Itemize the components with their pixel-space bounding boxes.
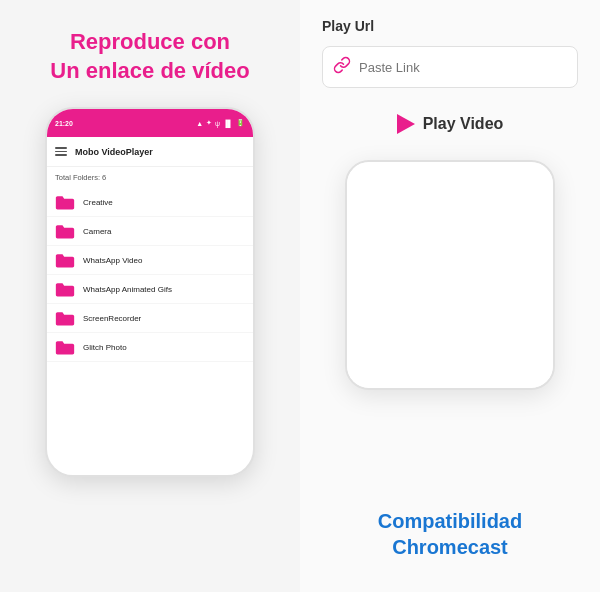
folder-item: Camera [47,217,253,246]
phone-mockup-left: 21:20 ▲ ✦ ψ ▐▌ 🔋 Mobo VideoPlayer Total … [45,107,255,477]
play-url-label: Play Url [322,18,578,34]
chromecast-line2: Chromecast [378,534,522,560]
phone-status-bar: 21:20 ▲ ✦ ψ ▐▌ 🔋 [47,109,253,137]
play-triangle-icon [397,114,415,134]
play-video-label: Play Video [423,115,504,133]
folder-list: Creative Camera WhatsApp Video WhatsAp [47,188,253,362]
phone-title-bar: Mobo VideoPlayer [47,137,253,167]
folder-icon [55,281,75,297]
folder-name: Glitch Photo [83,343,127,352]
left-panel: Reproduce con Un enlace de vídeo 21:20 ▲… [0,0,300,592]
right-panel: Play Url Play Video Compatibilidad Chrom… [300,0,600,592]
url-input-wrapper[interactable] [322,46,578,88]
folder-item: WhatsApp Video [47,246,253,275]
headline-line2: Un enlace de vídeo [50,57,249,86]
chromecast-text: Compatibilidad Chromecast [378,508,522,570]
link-icon [333,56,351,78]
folder-name: WhatsApp Video [83,256,142,265]
headline: Reproduce con Un enlace de vídeo [50,28,249,85]
folder-name: ScreenRecorder [83,314,141,323]
folder-name: Camera [83,227,111,236]
hamburger-icon [55,147,67,156]
folder-icon [55,310,75,326]
folder-item: Glitch Photo [47,333,253,362]
folder-item: Creative [47,188,253,217]
phone-body: Total Folders: 6 Creative Camera [47,167,253,475]
total-folders: Total Folders: 6 [47,173,253,188]
folder-item: WhatsApp Animated Gifs [47,275,253,304]
phone-mockup-right [345,160,555,390]
phone-time: 21:20 [55,120,73,127]
folder-icon [55,252,75,268]
headline-line1: Reproduce con [50,28,249,57]
folder-item: ScreenRecorder [47,304,253,333]
chromecast-line1: Compatibilidad [378,508,522,534]
url-input[interactable] [359,60,567,75]
phone-status-icons: ▲ ✦ ψ ▐▌ 🔋 [196,119,245,127]
play-video-button[interactable]: Play Video [322,106,578,142]
folder-icon [55,194,75,210]
folder-icon [55,223,75,239]
folder-icon [55,339,75,355]
app-title: Mobo VideoPlayer [75,147,153,157]
folder-name: WhatsApp Animated Gifs [83,285,172,294]
chromecast-section: Compatibilidad Chromecast [322,508,578,570]
folder-name: Creative [83,198,113,207]
